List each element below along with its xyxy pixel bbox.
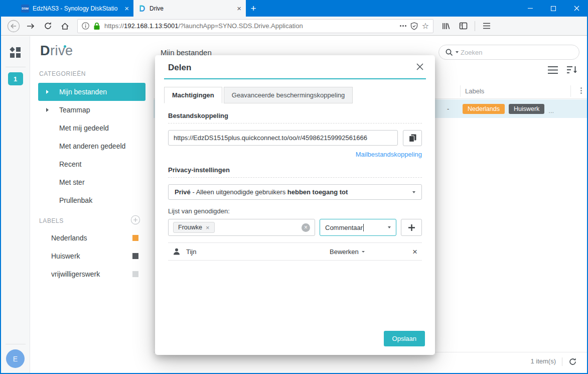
library-button[interactable] [438,19,454,33]
tab-drive[interactable]: Drive × [133,0,246,17]
tab-geavanceerde-beschermingskoppeling[interactable]: Geavanceerde beschermingskoppeling [224,87,353,103]
label-item-huiswerk[interactable]: Huiswerk [30,247,154,265]
url-bar[interactable]: https://192.168.1.13:5001/?launchApp=SYN… [77,19,433,33]
tab-close-icon[interactable]: × [237,5,241,12]
tab-close-icon[interactable]: × [124,5,129,12]
menu-button[interactable] [479,19,494,33]
dropdown-caret-icon[interactable] [388,226,391,228]
member-permission-dropdown[interactable]: Bewerken [330,248,365,256]
list-view-icon[interactable] [547,66,558,74]
tab-dsm[interactable]: DSM EdzNAS3 - Synology DiskStatio × [17,0,133,17]
search-box[interactable] [438,45,579,60]
sidebar-item-prullenbak[interactable]: Prullenbak [38,191,145,209]
sidebar: Drive CATEGORIEËN Mijn bestanden Teammap… [30,36,154,373]
shield-icon[interactable] [410,22,418,30]
search-icon[interactable] [445,48,454,57]
search-scope-caret-icon[interactable] [456,51,459,53]
sidebar-item-label: Met anderen gedeeld [59,142,125,150]
add-label-button[interactable] [130,215,140,226]
url-scheme: https:// [104,22,124,30]
bookmark-star-icon[interactable]: ☆ [422,22,429,30]
reload-button[interactable] [40,19,55,33]
sidebar-item-met-mij-gedeeld[interactable]: Met mij gedeeld [38,119,145,137]
new-tab-button[interactable]: + [246,0,261,17]
section-divider [168,123,422,123]
dialog-accent-line [164,78,426,79]
combo-value: Commentaar [325,224,363,231]
open-app-badge[interactable]: 1 [8,72,23,85]
secure-lock-icon[interactable] [93,22,100,30]
add-invitee-button[interactable] [401,219,422,236]
label-name: Nederlands [51,234,87,242]
sidebar-item-met-ster[interactable]: Met ster [38,173,145,191]
sidebar-item-teammap[interactable]: Teammap [38,101,145,119]
invitee-input[interactable]: Frouwke × × [168,219,315,236]
rail-bottom: E [1,344,30,373]
tab-strip: DSM EdzNAS3 - Synology DiskStatio × Driv… [17,0,261,17]
plus-icon [408,224,415,231]
home-button[interactable] [57,19,72,33]
permission-combo[interactable]: Commentaar [320,219,396,236]
dialog-close-button[interactable] [416,63,424,73]
tab-machtigingen[interactable]: Machtigingen [164,87,222,103]
expand-arrow-icon[interactable] [46,90,49,94]
back-icon [7,20,20,33]
label-name: vrijwilligerswerk [51,270,100,278]
home-icon [61,22,69,30]
sort-icon[interactable] [566,65,578,74]
sidebar-item-met-anderen-gedeeld[interactable]: Met anderen gedeeld [38,137,145,155]
app-grid-icon[interactable] [10,47,21,58]
share-link-input[interactable] [168,130,398,146]
privacy-value-bold: Privé [175,188,191,196]
view-toolbar [547,65,578,74]
user-avatar[interactable]: E [6,349,25,368]
label-item-vrijwilligerswerk[interactable]: vrijwilligerswerk [30,265,154,283]
sidebar-item-mijn-bestanden[interactable]: Mijn bestanden [38,83,145,101]
label-item-nederlands[interactable]: Nederlands [30,229,154,247]
library-icon [442,22,451,30]
clear-input-icon[interactable]: × [302,223,310,232]
page-actions-icon[interactable] [400,25,406,27]
search-input[interactable] [461,49,573,56]
file-tag-huiswerk[interactable]: Huiswerk [509,104,544,114]
titlebar: DSM EdzNAS3 - Synology DiskStatio × Driv… [0,0,588,17]
chip-remove-icon[interactable]: × [206,224,210,231]
person-icon [173,247,181,256]
categories-header: CATEGORIEËN [39,70,86,77]
invitee-chip-frouwke[interactable]: Frouwke × [173,222,215,233]
dialog-title: Delen [168,63,191,73]
member-row-tijn: Tijn Bewerken × [168,242,422,261]
close-button[interactable] [565,0,588,17]
column-options-icon[interactable] [576,87,582,94]
page-info-icon[interactable] [82,22,89,30]
refresh-icon[interactable] [568,357,577,366]
maximize-button[interactable] [542,0,565,17]
sidebar-item-label: Teammap [59,106,90,114]
copy-link-button[interactable] [403,130,422,146]
back-button[interactable] [6,19,21,33]
privacy-value-bold: hebben toegang tot [287,188,348,196]
minimize-button[interactable] [519,0,542,17]
expand-arrow-icon[interactable] [46,108,49,112]
drive-favicon-icon [138,5,146,13]
privacy-select[interactable]: Privé - Alleen uitgenodigde gebruikers h… [168,184,422,200]
copy-icon [408,134,417,143]
sidebar-item-recent[interactable]: Recent [38,155,145,173]
invite-row: Frouwke × × Commentaar [168,219,422,236]
labels-column-header[interactable]: Labels [465,87,484,95]
forward-button[interactable] [23,19,38,33]
file-link-row [168,130,422,146]
label-color-swatch [132,235,138,241]
browser-window: DSM EdzNAS3 - Synology DiskStatio × Driv… [0,0,588,374]
sidebar-toggle-button[interactable] [456,19,471,33]
save-button[interactable]: Opslaan [384,331,425,346]
mail-file-link[interactable]: Mailbestandskoppeling [168,151,422,158]
sidebar-item-label: Met mij gedeeld [59,124,109,132]
remove-member-button[interactable]: × [412,247,417,256]
sidebar-item-label: Met ster [59,178,85,186]
permission-value: Bewerken [330,248,359,256]
file-tag-nederlands[interactable]: Nederlands [463,104,505,114]
column-divider [460,85,461,97]
dialog-body: Bestandskoppeling Mailbestandskoppeling … [155,103,435,261]
url-text[interactable]: https://192.168.1.13:5001/?launchApp=SYN… [104,22,396,30]
